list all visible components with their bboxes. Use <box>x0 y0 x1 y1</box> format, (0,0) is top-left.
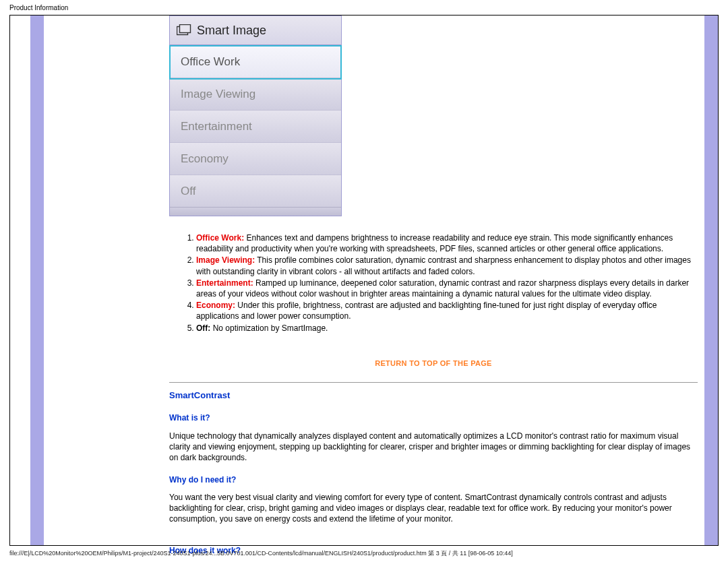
smartcontrast-title: SmartContrast <box>169 390 230 400</box>
smartcontrast-what-is-it-body: Unique technology that dynamically analy… <box>169 431 698 464</box>
mode-entertainment-desc: Ramped up luminance, deepened color satu… <box>196 278 689 299</box>
mode-off-desc: No optimization by SmartImage. <box>213 323 328 333</box>
mode-image-viewing-term: Image Viewing: <box>196 255 255 265</box>
smartimage-menu-footer <box>170 207 341 216</box>
smartimage-header-text: Smart Image <box>197 24 266 38</box>
mode-office-work-desc: Enhances text and dampens brightness to … <box>196 233 673 253</box>
mode-economy: Economy: Under this profile, brightness,… <box>196 300 698 321</box>
mode-image-viewing: Image Viewing: This profile combines col… <box>196 255 698 276</box>
footer-file-path: file:///E|/LCD%20Monitor%20OEM/Philips/M… <box>9 549 719 558</box>
svg-rect-1 <box>180 25 191 33</box>
smartimage-item-image-viewing[interactable]: Image Viewing <box>170 77 341 110</box>
mode-off-term: Off: <box>196 323 210 333</box>
smartcontrast-why-need-body: You want the very best visual clarity an… <box>169 492 698 525</box>
mode-economy-desc: Under this profile, brightness, contrast… <box>196 301 657 321</box>
return-to-top-link[interactable]: RETURN TO TOP OF THE PAGE <box>169 359 698 367</box>
mode-image-viewing-desc: This profile combines color saturation, … <box>196 255 691 276</box>
mode-office-work-term: Office Work: <box>196 233 244 243</box>
section-divider <box>169 382 698 383</box>
decorative-bar-left <box>30 15 44 545</box>
mode-entertainment: Entertainment: Ramped up luminance, deep… <box>196 278 698 299</box>
decorative-bar-right <box>704 15 718 545</box>
smartimage-menu: Office Work Image Viewing Entertainment … <box>169 45 342 216</box>
mode-office-work: Office Work: Enhances text and dampens b… <box>196 232 698 254</box>
mode-descriptions-list: Office Work: Enhances text and dampens b… <box>169 232 698 334</box>
main-content: Smart Image Office Work Image Viewing En… <box>169 15 698 545</box>
mode-off: Off: No optimization by SmartImage. <box>196 323 698 334</box>
mode-economy-term: Economy: <box>196 301 235 310</box>
content-frame: Smart Image Office Work Image Viewing En… <box>9 15 719 546</box>
smartimage-item-entertainment[interactable]: Entertainment <box>170 110 341 142</box>
smartimage-item-office-work[interactable]: Office Work <box>170 45 341 77</box>
page-title: Product Information <box>9 4 68 11</box>
smartimage-osd: Smart Image Office Work Image Viewing En… <box>169 15 342 216</box>
smartimage-icon <box>177 24 191 36</box>
smartimage-item-economy[interactable]: Economy <box>170 142 341 175</box>
smartcontrast-what-is-it-heading: What is it? <box>169 413 210 423</box>
smartimage-header: Smart Image <box>169 15 342 45</box>
smartcontrast-why-need-heading: Why do I need it? <box>169 475 236 485</box>
mode-entertainment-term: Entertainment: <box>196 278 253 288</box>
smartimage-item-off[interactable]: Off <box>170 175 341 207</box>
